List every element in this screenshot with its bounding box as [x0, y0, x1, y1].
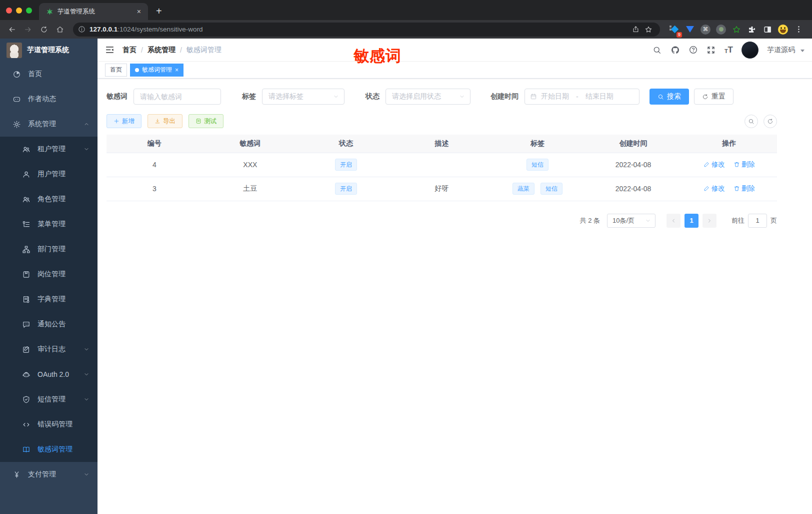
edit-link[interactable]: 修改: [704, 184, 725, 193]
extension-record-icon[interactable]: [716, 24, 726, 35]
app-title: 芋道管理系统: [27, 46, 69, 55]
bookmark-star-icon[interactable]: [642, 23, 655, 36]
back-icon[interactable]: [5, 23, 19, 37]
sidebar-item-dept[interactable]: 部门管理: [0, 237, 98, 262]
sidebar-item-label: 字典管理: [38, 295, 90, 304]
reset-button[interactable]: 重置: [694, 89, 734, 105]
page-number-button[interactable]: 1: [684, 214, 698, 228]
sidebar-item-role[interactable]: 角色管理: [0, 187, 98, 212]
reload-icon[interactable]: [37, 23, 51, 37]
header-search-icon[interactable]: [652, 45, 662, 55]
cell-status: 开启: [298, 153, 394, 177]
chevron-down-icon: [333, 94, 339, 100]
extensions-puzzle-icon[interactable]: [746, 24, 758, 35]
help-icon[interactable]: [688, 45, 698, 55]
tag-close-icon[interactable]: ×: [175, 67, 178, 74]
home-icon[interactable]: [53, 23, 67, 37]
edit-icon: [704, 161, 710, 168]
sidebar-item-label: 审计日志: [38, 345, 76, 354]
sidebar-item-sensitive-word[interactable]: 敏感词管理: [0, 437, 98, 462]
date-separator: -: [573, 93, 582, 101]
sidebar-collapse-icon[interactable]: [105, 45, 114, 55]
address-bar[interactable]: 127.0.0.1:1024/system/sensitive-word: [73, 23, 660, 37]
browser-tab[interactable]: 芋道管理系统 ×: [39, 3, 148, 20]
add-button[interactable]: 新增: [106, 114, 142, 128]
refresh-table-icon[interactable]: [764, 115, 777, 128]
breadcrumb-home[interactable]: 首页: [122, 46, 136, 55]
forward-icon[interactable]: [21, 23, 35, 37]
split-view-icon[interactable]: [762, 24, 773, 35]
extension-filter-icon[interactable]: [684, 24, 696, 35]
emoji-profile-icon[interactable]: [778, 24, 788, 35]
cell-desc: 好呀: [394, 177, 490, 201]
browser-menu-icon[interactable]: [793, 24, 804, 35]
window-controls: [0, 8, 39, 20]
zoom-window-button[interactable]: [26, 8, 32, 14]
delete-link[interactable]: 删除: [734, 160, 755, 169]
site-info-icon[interactable]: [78, 26, 86, 33]
delete-link[interactable]: 删除: [734, 184, 755, 193]
sidebar-item-author-news[interactable]: 作者动态: [0, 87, 98, 112]
next-page-button[interactable]: [702, 214, 716, 228]
sidebar-item-post[interactable]: 岗位管理: [0, 262, 98, 287]
extension-command-icon[interactable]: ⌘: [700, 24, 711, 35]
url-path: :1024/system/sensitive-word: [118, 26, 202, 33]
chevron-down-icon: [645, 218, 651, 224]
sidebar-item-pay[interactable]: 支付管理: [0, 462, 98, 487]
new-tab-button[interactable]: +: [148, 6, 162, 20]
extension-green-star-icon[interactable]: [731, 24, 742, 35]
breadcrumb: 首页 / 系统管理 / 敏感词管理: [122, 46, 222, 55]
sidebar-item-audit-log[interactable]: 审计日志: [0, 337, 98, 362]
goto-label: 前往: [732, 216, 744, 225]
tags-view-home[interactable]: 首页: [105, 64, 127, 77]
status-filter-select[interactable]: 请选择启用状态: [386, 89, 470, 105]
goto-page-input[interactable]: [748, 214, 767, 228]
word-filter-input[interactable]: [134, 89, 221, 105]
tag-badge: 蔬菜: [512, 183, 534, 195]
sidebar-item-sms[interactable]: 短信管理: [0, 387, 98, 412]
sidebar-item-label: 作者动态: [28, 95, 90, 104]
font-size-icon[interactable]: TT: [724, 46, 733, 54]
extension-diamond-icon[interactable]: 9: [669, 24, 680, 35]
breadcrumb-system[interactable]: 系统管理: [148, 46, 176, 55]
github-icon[interactable]: [670, 45, 680, 55]
date-range-picker[interactable]: 开始日期 - 结束日期: [524, 89, 640, 105]
sidebar-item-oauth[interactable]: OAuth 2.0: [0, 362, 98, 387]
delete-link-label: 删除: [742, 184, 755, 193]
user-menu-caret-icon[interactable]: [800, 50, 804, 52]
search-button[interactable]: 搜索: [650, 89, 689, 105]
app-navbar: 首页 / 系统管理 / 敏感词管理 TT 芋道源码: [98, 39, 812, 62]
sidebar-item-dict[interactable]: 字典管理: [0, 287, 98, 312]
user-avatar[interactable]: [742, 42, 758, 59]
toggle-search-icon[interactable]: [744, 115, 758, 128]
test-button[interactable]: 测试: [188, 114, 224, 128]
tag-filter-select[interactable]: 请选择标签: [262, 89, 344, 105]
sidebar-item-home[interactable]: 首页: [0, 62, 98, 87]
sidebar-item-error-code[interactable]: 错误码管理: [0, 412, 98, 437]
select-placeholder: 请选择标签: [268, 92, 304, 101]
sidebar-item-tenant[interactable]: 租户管理: [0, 137, 98, 162]
url-host: 127.0.0.1: [90, 26, 118, 33]
edit-link-label: 修改: [712, 160, 725, 169]
sidebar: 芋道管理系统 首页 作者动态 系统管理 租户管理: [0, 39, 98, 514]
sensitive-word-table: 编号 敏感词 状态 描述 标签 创建时间 操作 4 XXX 开启: [106, 135, 777, 201]
pagination-total: 共 2 条: [580, 216, 600, 225]
cell-tags: 短信: [490, 153, 586, 177]
edit-icon: [704, 185, 710, 192]
sidebar-item-notice[interactable]: 通知公告: [0, 312, 98, 337]
sidebar-item-user[interactable]: 用户管理: [0, 162, 98, 187]
fullscreen-icon[interactable]: [706, 45, 716, 55]
page-size-select[interactable]: 10条/页: [607, 214, 656, 228]
export-button[interactable]: 导出: [148, 114, 182, 128]
share-icon[interactable]: [629, 23, 642, 36]
pay-icon: [12, 470, 21, 479]
export-button-label: 导出: [163, 117, 176, 126]
edit-link[interactable]: 修改: [704, 160, 725, 169]
prev-page-button[interactable]: [666, 214, 680, 228]
tab-close-icon[interactable]: ×: [135, 8, 143, 16]
close-window-button[interactable]: [6, 8, 12, 14]
tags-view-sensitive-word[interactable]: 敏感词管理 ×: [130, 64, 184, 77]
sidebar-item-system[interactable]: 系统管理: [0, 112, 98, 137]
minimize-window-button[interactable]: [16, 8, 22, 14]
sidebar-item-menu[interactable]: 菜单管理: [0, 212, 98, 237]
